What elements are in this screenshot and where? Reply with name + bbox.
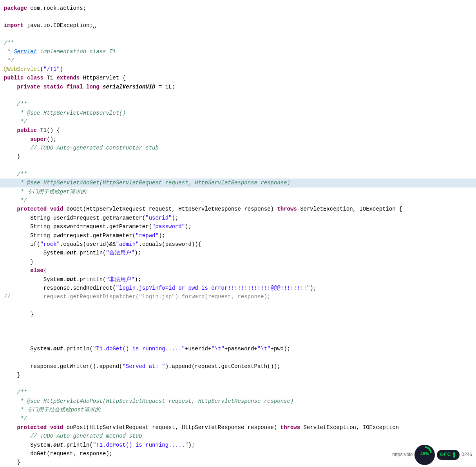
code-line: }: [0, 310, 476, 319]
code-line: System.out.println("T1.doGet() is runnin…: [0, 344, 476, 353]
code-line: /**: [0, 388, 476, 397]
code-line: String userid=request.getParameter("user…: [0, 214, 476, 222]
bottom-right-text: 0246: [462, 451, 472, 458]
code-line: super();: [0, 135, 476, 144]
svg-point-3: [453, 455, 455, 458]
code-line: @WebServlet("/T1"): [0, 65, 476, 74]
code-line: * 专门用于结合接收post请求的: [0, 406, 476, 414]
code-line: protected void doGet(HttpServletRequest …: [0, 205, 476, 213]
code-line: */: [0, 56, 476, 65]
code-line-highlighted: * @see HttpServlet#doGet(HttpServletRequ…: [0, 179, 476, 187]
code-line: }: [0, 371, 476, 379]
code-line: public T1() {: [0, 126, 476, 135]
code-line: import java.io.IOException;␣: [0, 21, 476, 30]
cpu-meter-widget: 48%: [414, 445, 435, 465]
code-line: [0, 353, 476, 362]
code-line: if("rock".equals(userid)&&"admin".equals…: [0, 240, 476, 249]
temp-value: 64°C: [440, 451, 451, 458]
meter-svg: 48%: [415, 444, 434, 463]
bottom-bar: https://blo 48% 64°C 0246: [388, 443, 476, 467]
code-line: * Servlet implementation class T1: [0, 47, 476, 56]
code-line: String password=request.getParameter("pa…: [0, 222, 476, 231]
code-line: // TODO Auto-generated constructor stub: [0, 144, 476, 152]
code-line: /**: [0, 170, 476, 179]
code-line: * @see HttpServlet#doPost(HttpServletReq…: [0, 397, 476, 406]
temp-icon: [452, 452, 456, 458]
code-line: public class T1 extends HttpServlet {: [0, 74, 476, 82]
code-line: [0, 319, 476, 327]
code-line: [0, 30, 476, 39]
code-line: String pwd=request.getParameter("repwd")…: [0, 231, 476, 240]
meter-percent-text: 48%: [420, 451, 429, 456]
temp-widget: 64°C: [437, 450, 460, 460]
code-line: */: [0, 117, 476, 126]
url-text: https://blo: [392, 451, 413, 458]
code-line: private static final long serialVersionU…: [0, 83, 476, 91]
code-line: */: [0, 414, 476, 423]
code-line: [0, 161, 476, 170]
code-line: [0, 327, 476, 336]
code-line: response.sendRedirect("login.jsp?info=id…: [0, 284, 476, 292]
code-line: * @see HttpServlet#HttpServlet(): [0, 109, 476, 117]
code-line: package com.rock.actions;: [0, 4, 476, 13]
code-line: */: [0, 196, 476, 205]
code-line: [0, 379, 476, 388]
code-line: protected void doPost(HttpServletRequest…: [0, 423, 476, 432]
meter-inner: 48%: [415, 444, 434, 465]
svg-rect-2: [453, 452, 455, 456]
code-line: System.out.println("非法用户");: [0, 275, 476, 284]
code-editor: package com.rock.actions; import java.io…: [0, 0, 476, 467]
code-line-commented: // request.getRequestDispatcher("login.j…: [0, 292, 476, 301]
code-line: * 专门用于接收get请求的: [0, 188, 476, 196]
code-line: [0, 91, 476, 100]
code-line: /**: [0, 39, 476, 47]
code-line: [0, 13, 476, 21]
code-line: else{: [0, 266, 476, 275]
code-line: }: [0, 152, 476, 161]
code-line: response.getWriter().append("Served at: …: [0, 362, 476, 371]
code-line: // TODO Auto-generated method stub: [0, 432, 476, 440]
code-line: System.out.println("合法用户");: [0, 249, 476, 257]
code-line: [0, 336, 476, 344]
code-line: [0, 301, 476, 310]
code-line: }: [0, 258, 476, 266]
code-line: /**: [0, 100, 476, 108]
